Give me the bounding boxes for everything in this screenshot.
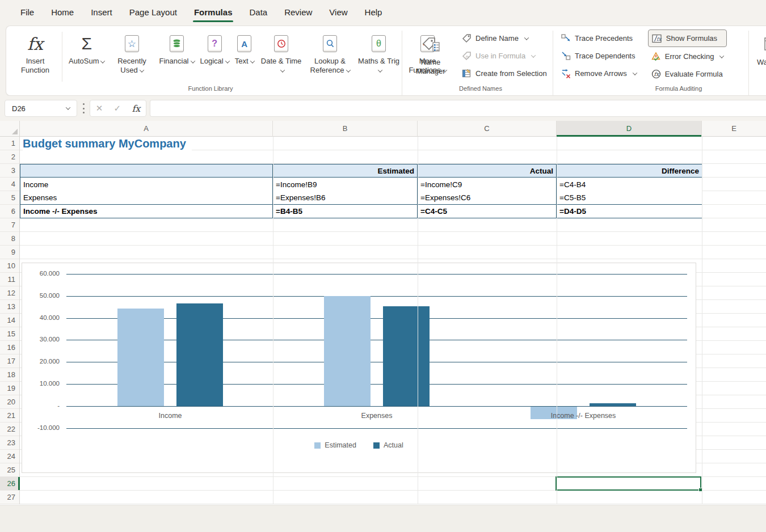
menu-tab-page-layout[interactable]: Page Layout <box>123 2 184 24</box>
logical-button[interactable]: ? Logical <box>197 29 232 67</box>
select-all-corner[interactable] <box>0 121 20 137</box>
formula-bar-handle[interactable] <box>83 103 85 113</box>
cell-a1-title[interactable]: Budget summary MyCompany <box>23 137 192 150</box>
create-from-selection-button[interactable]: Create from Selection <box>458 65 550 82</box>
column-header-d[interactable]: D <box>557 121 702 137</box>
watch-window-button[interactable]: Watch Window <box>754 29 766 84</box>
insert-function-icon[interactable]: fx <box>132 103 140 114</box>
bar-actual-2[interactable] <box>383 306 430 406</box>
bar-actual-1[interactable] <box>176 303 223 406</box>
cell-a5[interactable]: Expenses <box>20 191 273 205</box>
bar-estimated-2[interactable] <box>324 296 371 406</box>
cell-d6[interactable]: =D4-D5 <box>557 205 702 218</box>
row-header-16[interactable]: 16 <box>0 341 19 354</box>
row-header-25[interactable]: 25 <box>0 463 19 477</box>
insert-function-button[interactable]: fx Insert Function <box>11 29 60 76</box>
menu-tab-file[interactable]: File <box>14 2 41 24</box>
menu-tab-review[interactable]: Review <box>277 2 319 24</box>
column-header-a[interactable]: A <box>20 121 273 137</box>
row-header-1[interactable]: 1 <box>0 137 19 150</box>
row-header-10[interactable]: 10 <box>0 259 19 273</box>
column-header-e[interactable]: E <box>702 121 766 137</box>
cell-c5[interactable]: =Expenses!C6 <box>418 191 557 205</box>
row-header-23[interactable]: 23 <box>0 436 19 450</box>
row-header-8[interactable]: 8 <box>0 232 19 246</box>
lookup-reference-button[interactable]: Lookup & Reference <box>306 29 355 76</box>
table-header-actual[interactable]: Actual <box>418 164 557 178</box>
menu-tab-view[interactable]: View <box>322 2 354 24</box>
menu-tab-formulas[interactable]: Formulas <box>187 2 239 24</box>
row-header-14[interactable]: 14 <box>0 314 19 327</box>
row-header-7[interactable]: 7 <box>0 218 19 232</box>
sheet-body[interactable]: Budget summary MyCompany Estimated Actua… <box>20 137 766 504</box>
show-formulas-toggle[interactable]: fx Show Formulas <box>648 29 727 47</box>
chevron-down-icon <box>250 58 254 63</box>
row-header-3[interactable]: 3 <box>0 164 19 178</box>
row-header-22[interactable]: 22 <box>0 423 19 436</box>
row-header-17[interactable]: 17 <box>0 354 19 368</box>
cell-c6[interactable]: =C4-C5 <box>418 205 557 218</box>
row-header-6[interactable]: 6 <box>0 205 19 218</box>
row-header-18[interactable]: 18 <box>0 368 19 382</box>
category-label: Income -/- Expenses <box>521 412 646 420</box>
column-header-b[interactable]: B <box>273 121 418 137</box>
row-header-27[interactable]: 27 <box>0 491 19 504</box>
row-header-4[interactable]: 4 <box>0 178 19 191</box>
menu-tab-insert[interactable]: Insert <box>84 2 119 24</box>
table-header-estimated[interactable]: Estimated <box>273 164 418 178</box>
cell-b6[interactable]: =B4-B5 <box>273 205 418 218</box>
selected-cell-d26[interactable] <box>555 476 701 491</box>
menu-tab-data[interactable]: Data <box>242 2 274 24</box>
cell-d4[interactable]: =C4-B4 <box>557 178 702 191</box>
maths-trig-button[interactable]: θ Maths & Trig <box>355 29 403 76</box>
recently-used-button[interactable]: ☆ Recently Used <box>107 29 156 76</box>
remove-arrows-button[interactable]: Remove Arrows <box>558 65 640 82</box>
row-header-13[interactable]: 13 <box>0 300 19 314</box>
cell-b5[interactable]: =Expenses!B6 <box>273 191 418 205</box>
row-header-19[interactable]: 19 <box>0 382 19 395</box>
autosum-button[interactable]: Σ AutoSum <box>66 29 107 67</box>
formula-input[interactable] <box>150 100 766 117</box>
menu-tab-home[interactable]: Home <box>44 2 81 24</box>
legend-item[interactable]: Estimated <box>314 441 356 449</box>
name-manager-button[interactable]: Name Manager <box>406 31 455 77</box>
budget-chart[interactable]: 60.00050.00040.00030.00020.00010.000--10… <box>22 263 696 473</box>
row-header-5[interactable]: 5 <box>0 191 19 205</box>
table-header-difference[interactable]: Difference <box>557 164 702 178</box>
group-defined-names: Name Manager Define Name fx Use in Formu… <box>406 29 550 84</box>
cell-b4[interactable]: =Income!B9 <box>273 178 418 191</box>
budget-table[interactable]: Estimated Actual Difference Income =Inco… <box>20 164 702 218</box>
cell-d5[interactable]: =C5-B5 <box>557 191 702 205</box>
row-header-2[interactable]: 2 <box>0 150 19 164</box>
row-header-9[interactable]: 9 <box>0 246 19 259</box>
row-header-20[interactable]: 20 <box>0 395 19 409</box>
text-button[interactable]: A Text <box>232 29 257 67</box>
define-name-button[interactable]: Define Name <box>458 29 550 47</box>
menu-tab-help[interactable]: Help <box>358 2 389 24</box>
row-header-26[interactable]: 26 <box>0 477 19 491</box>
cell-c4[interactable]: =Income!C9 <box>418 178 557 191</box>
table-header-blank[interactable] <box>20 164 273 178</box>
cell-a4[interactable]: Income <box>20 178 273 191</box>
trace-precedents-button[interactable]: Trace Precedents <box>558 29 640 47</box>
svg-text:fx: fx <box>465 55 470 60</box>
row-header-21[interactable]: 21 <box>0 409 19 423</box>
cell-a6[interactable]: Income -/- Expenses <box>20 205 273 218</box>
enter-icon[interactable]: ✓ <box>114 103 121 113</box>
legend-item[interactable]: Actual <box>373 441 403 449</box>
evaluate-formula-button[interactable]: fx Evaluate Formula <box>648 65 727 83</box>
row-header-12[interactable]: 12 <box>0 286 19 300</box>
date-time-button[interactable]: Date & Time <box>257 29 306 76</box>
row-header-24[interactable]: 24 <box>0 450 19 463</box>
error-checking-button[interactable]: Error Checking <box>648 48 727 65</box>
column-header-c[interactable]: C <box>418 121 557 137</box>
chart-legend: EstimatedActual <box>22 441 696 449</box>
cancel-icon[interactable]: ✕ <box>96 103 103 113</box>
name-box[interactable]: D26 <box>5 100 77 117</box>
financial-button[interactable]: Financial <box>156 29 197 67</box>
row-header-11[interactable]: 11 <box>0 273 19 286</box>
bar-actual-3[interactable] <box>590 403 636 406</box>
trace-dependents-button[interactable]: Trace Dependents <box>558 47 640 65</box>
bar-estimated-1[interactable] <box>117 309 164 406</box>
row-header-15[interactable]: 15 <box>0 327 19 341</box>
